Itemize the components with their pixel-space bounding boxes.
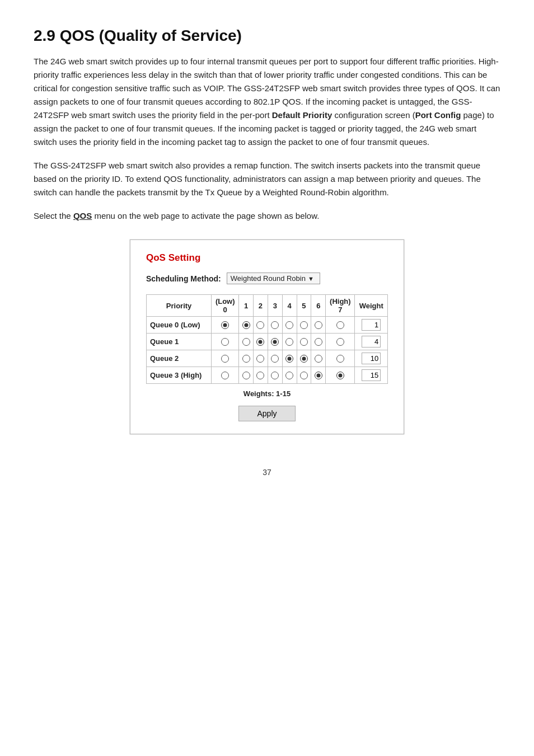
qos-box: QoS Setting Scheduling Method: Weighted … (130, 240, 404, 434)
weight-input[interactable] (362, 353, 381, 364)
radio-unchecked-icon[interactable] (285, 372, 293, 379)
radio-unchecked-icon[interactable] (242, 338, 250, 346)
radio-cell-r2-c3[interactable] (268, 350, 282, 367)
radio-unchecked-icon[interactable] (315, 355, 322, 363)
weight-cell[interactable] (355, 350, 388, 367)
radio-unchecked-icon[interactable] (285, 321, 293, 329)
radio-cell-r1-c5[interactable] (297, 334, 311, 350)
radio-checked-icon[interactable] (336, 372, 344, 379)
radio-unchecked-icon[interactable] (300, 321, 308, 329)
radio-unchecked-icon[interactable] (221, 338, 229, 346)
scheduling-select[interactable]: Weighted Round Robin ▼ (227, 273, 320, 284)
col-6: 6 (311, 295, 326, 317)
weight-input[interactable] (362, 319, 381, 331)
radio-cell-r2-c1[interactable] (239, 350, 254, 367)
radio-unchecked-icon[interactable] (300, 338, 308, 346)
weight-input[interactable] (362, 336, 381, 348)
radio-cell-r0-c1[interactable] (239, 317, 254, 334)
qos-diagram: QoS Setting Scheduling Method: Weighted … (34, 240, 500, 434)
radio-cell-r1-c6[interactable] (311, 334, 326, 350)
radio-checked-icon[interactable] (242, 321, 250, 329)
radio-cell-r0-c7[interactable] (326, 317, 355, 334)
radio-cell-r0-c6[interactable] (311, 317, 326, 334)
radio-cell-r3-c7[interactable] (326, 367, 355, 384)
table-row: Queue 1 (147, 334, 388, 350)
radio-unchecked-icon[interactable] (336, 338, 344, 346)
radio-cell-r1-c2[interactable] (254, 334, 268, 350)
radio-cell-r0-c0[interactable] (212, 317, 239, 334)
radio-cell-r1-c4[interactable] (282, 334, 297, 350)
scheduling-label: Scheduling Method: (146, 274, 221, 283)
weight-input[interactable] (362, 369, 381, 381)
col-7: (High)7 (326, 295, 355, 317)
radio-unchecked-icon[interactable] (221, 372, 229, 379)
radio-cell-r1-c0[interactable] (212, 334, 239, 350)
radio-cell-r2-c7[interactable] (326, 350, 355, 367)
radio-unchecked-icon[interactable] (256, 321, 264, 329)
col-0: (Low)0 (212, 295, 239, 317)
col-4: 4 (282, 295, 297, 317)
radio-cell-r2-c5[interactable] (297, 350, 311, 367)
radio-cell-r0-c5[interactable] (297, 317, 311, 334)
queue-label: Queue 1 (147, 334, 212, 350)
radio-unchecked-icon[interactable] (221, 355, 229, 363)
radio-cell-r1-c3[interactable] (268, 334, 282, 350)
dropdown-arrow-icon: ▼ (308, 275, 314, 282)
queue-label: Queue 0 (Low) (147, 317, 212, 334)
radio-cell-r3-c2[interactable] (254, 367, 268, 384)
radio-cell-r1-c7[interactable] (326, 334, 355, 350)
paragraph-3: Select the QOS menu on the web page to a… (34, 209, 500, 223)
radio-checked-icon[interactable] (256, 338, 264, 346)
qos-title: QoS Setting (146, 252, 388, 264)
radio-checked-icon[interactable] (271, 338, 279, 346)
radio-unchecked-icon[interactable] (242, 355, 250, 363)
weight-cell[interactable] (355, 317, 388, 334)
radio-unchecked-icon[interactable] (315, 338, 322, 346)
radio-cell-r3-c6[interactable] (311, 367, 326, 384)
radio-cell-r3-c1[interactable] (239, 367, 254, 384)
radio-cell-r3-c0[interactable] (212, 367, 239, 384)
weights-note: Weights: 1-15 (146, 389, 388, 398)
radio-unchecked-icon[interactable] (271, 321, 279, 329)
apply-button[interactable]: Apply (238, 406, 295, 421)
radio-cell-r1-c1[interactable] (239, 334, 254, 350)
page-title: 2.9 QOS (Quality of Service) (34, 27, 500, 45)
radio-unchecked-icon[interactable] (256, 355, 264, 363)
col-2: 2 (254, 295, 268, 317)
radio-unchecked-icon[interactable] (315, 321, 322, 329)
radio-cell-r0-c4[interactable] (282, 317, 297, 334)
scheduling-row: Scheduling Method: Weighted Round Robin … (146, 273, 388, 284)
radio-checked-icon[interactable] (285, 355, 293, 363)
radio-cell-r2-c0[interactable] (212, 350, 239, 367)
page-number: 37 (34, 468, 500, 477)
radio-unchecked-icon[interactable] (271, 372, 279, 379)
table-row: Queue 0 (Low) (147, 317, 388, 334)
radio-unchecked-icon[interactable] (336, 355, 344, 363)
scheduling-value: Weighted Round Robin (231, 274, 306, 283)
radio-unchecked-icon[interactable] (285, 338, 293, 346)
radio-unchecked-icon[interactable] (242, 372, 250, 379)
radio-unchecked-icon[interactable] (256, 372, 264, 379)
qos-table: Priority (Low)0 1 2 3 4 5 6 (High)7 Weig… (146, 294, 388, 384)
radio-cell-r3-c3[interactable] (268, 367, 282, 384)
radio-cell-r3-c4[interactable] (282, 367, 297, 384)
radio-unchecked-icon[interactable] (271, 355, 279, 363)
radio-cell-r2-c6[interactable] (311, 350, 326, 367)
radio-cell-r3-c5[interactable] (297, 367, 311, 384)
weight-cell[interactable] (355, 367, 388, 384)
radio-unchecked-icon[interactable] (300, 372, 308, 379)
radio-checked-icon[interactable] (221, 321, 229, 329)
paragraph-1: The 24G web smart switch provides up to … (34, 55, 500, 149)
col-5: 5 (297, 295, 311, 317)
radio-unchecked-icon[interactable] (336, 321, 344, 329)
table-row: Queue 3 (High) (147, 367, 388, 384)
radio-checked-icon[interactable] (315, 372, 322, 379)
radio-cell-r2-c4[interactable] (282, 350, 297, 367)
radio-checked-icon[interactable] (300, 355, 308, 363)
weight-cell[interactable] (355, 334, 388, 350)
radio-cell-r0-c2[interactable] (254, 317, 268, 334)
radio-cell-r0-c3[interactable] (268, 317, 282, 334)
col-3: 3 (268, 295, 282, 317)
paragraph-2: The GSS-24T2SFP web smart switch also pr… (34, 159, 500, 199)
radio-cell-r2-c2[interactable] (254, 350, 268, 367)
